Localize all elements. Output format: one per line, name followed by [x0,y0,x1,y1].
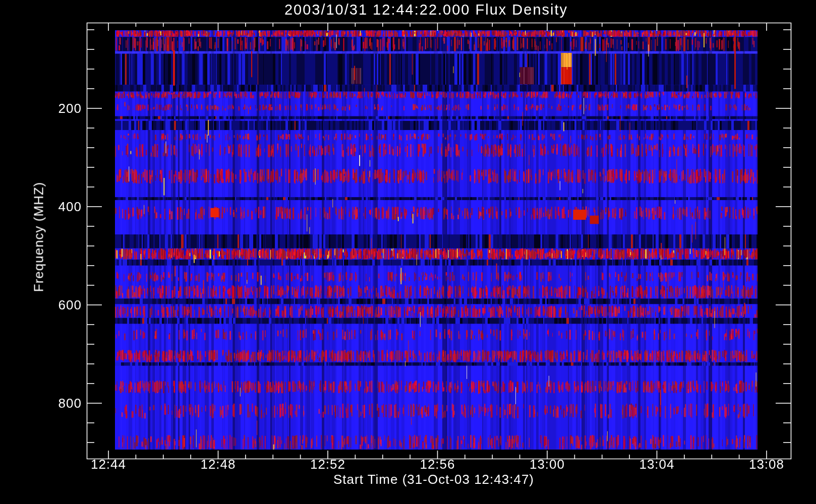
y-axis-title: Frequency (MHZ) [31,182,47,292]
y-tick-label: 600 [21,297,82,313]
x-tick-label: 12:48 [183,457,254,472]
x-tick-label: 12:52 [293,457,363,472]
spectrogram-viewer: { "chart_data": { "type": "heatmap", "su… [0,0,816,504]
y-tick-label: 200 [21,101,82,116]
y-tick-label: 800 [21,396,82,411]
y-tick-label: 400 [21,199,82,215]
x-tick-label: 12:44 [73,457,144,472]
x-tick-label: 12:56 [402,457,473,472]
x-tick-label: 13:08 [731,457,802,472]
spectrogram-heatmap [115,30,757,450]
x-tick-label: 13:04 [622,457,692,472]
x-axis-title: Start Time (31-Oct-03 12:43:47) [207,472,661,487]
chart-title: 2003/10/31 12:44:22.000 Flux Density [174,2,678,18]
x-tick-label: 13:00 [512,457,582,472]
